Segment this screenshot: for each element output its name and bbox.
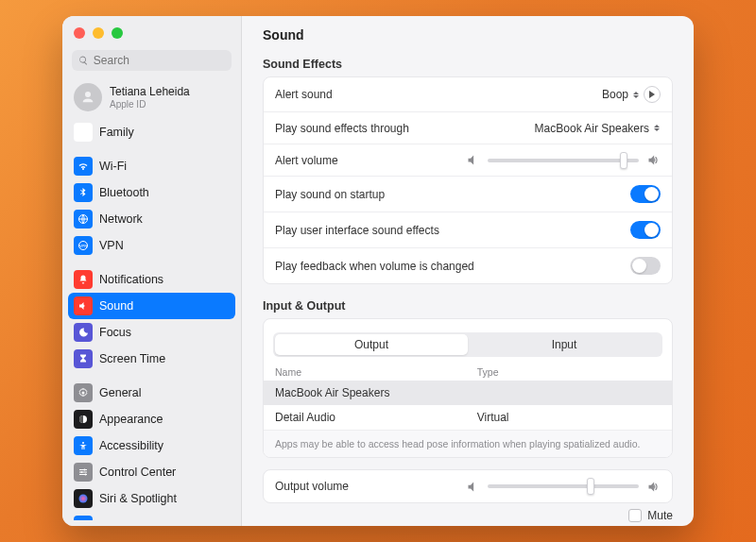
play-alert-button[interactable] [644,86,661,103]
tab-input[interactable]: Input [468,334,661,355]
siri-icon [74,489,93,508]
sound-effects-card: Alert sound Boop Play sound effects thro… [263,76,673,284]
device-row[interactable]: Detail AudioVirtual [264,405,672,430]
content: Sound Sound Effects Alert sound Boop Pla… [242,16,694,526]
sidebar-item-bluetooth[interactable]: Bluetooth [68,179,235,206]
sidebar-item-focus[interactable]: Focus [68,319,235,346]
alert-volume-slider[interactable] [488,159,639,162]
sidebar-item-label: Focus [99,326,131,339]
moon-icon [74,323,93,342]
search-field[interactable] [72,50,232,71]
svg-point-10 [85,474,87,476]
search-input[interactable] [94,54,225,67]
svg-point-5 [82,392,85,395]
speaker-high-icon [646,153,661,167]
output-volume-card: Output volume [263,469,673,503]
volume-feedback-toggle[interactable] [630,257,661,275]
sidebar-item-label: Siri & Spotlight [99,492,177,505]
sidebar-item-label: Wi-Fi [99,160,127,173]
mute-row: Mute [263,509,673,522]
svg-point-0 [80,129,83,132]
sidebar-item-screen-time[interactable]: Screen Time [68,346,235,372]
sidebar-item-label: Bluetooth [99,186,149,199]
output-volume-row: Output volume [264,470,672,502]
account-name: Tetiana Leheida [110,85,190,98]
sidebar-item-wi-fi[interactable]: Wi-Fi [68,153,235,179]
close-window-button[interactable] [74,27,85,39]
sidebar-item-network[interactable]: Network [68,206,235,232]
speaker-low-icon [466,480,480,494]
svg-point-9 [81,471,83,473]
sidebar-item-label: Accessibility [99,439,163,452]
device-table: MacBook Air SpeakersDetail AudioVirtual [264,381,672,430]
device-table-header: Name Type [264,363,672,381]
sidebar-item-vpn[interactable]: VPNVPN [68,232,235,259]
chevron-updown-icon [653,122,661,134]
minimize-window-button[interactable] [93,27,104,39]
sidebar-item-control-center[interactable]: Control Center [68,459,235,485]
svg-point-8 [84,469,86,471]
ui-sounds-row: Play user interface sound effects [264,212,672,247]
wifi-icon [74,157,93,176]
alert-volume-control [466,153,661,167]
sidebar-item-label: Network [99,212,143,226]
family-icon [74,123,93,142]
output-volume-slider[interactable] [488,484,639,488]
speaker-low-icon [466,153,480,167]
window-controls [62,16,241,46]
sidebar-item-appearance[interactable]: Appearance [68,406,235,432]
section-io: Input & Output [263,299,673,313]
hand-icon [74,516,93,520]
account-subtitle: Apple ID [110,99,190,110]
speaker-icon [74,296,93,315]
volume-feedback-row: Play feedback when volume is changed [264,247,672,283]
spatial-note: Apps may be able to access head pose inf… [264,430,672,457]
sidebar-item-general[interactable]: General [68,380,235,406]
ui-sounds-toggle[interactable] [630,221,661,239]
output-volume-control [466,480,661,494]
sidebar-item-notifications[interactable]: Notifications [68,266,235,293]
content-scroll[interactable]: Sound Effects Alert sound Boop Play soun… [242,50,694,526]
settings-window: Tetiana Leheida Apple ID FamilyWi-FiBlue… [62,16,694,526]
sidebar-item-label: Control Center [99,466,176,479]
tab-output[interactable]: Output [275,334,468,355]
avatar [74,83,102,111]
sidebar-item-label: Privacy & Security [99,518,195,520]
sidebar-item-label: Family [99,126,134,139]
sidebar-item-label: Screen Time [99,352,165,365]
sidebar: Tetiana Leheida Apple ID FamilyWi-FiBlue… [62,16,242,526]
io-card: Output Input Name Type MacBook Air Speak… [263,318,673,458]
play-through-select[interactable]: MacBook Air Speakers [535,122,661,135]
svg-point-7 [82,442,84,444]
io-tabs: Output Input [273,332,662,357]
sidebar-item-accessibility[interactable]: Accessibility [68,432,235,459]
svg-point-1 [84,129,87,132]
search-icon [78,55,89,66]
sidebar-item-label: VPN [99,239,124,252]
alert-sound-select[interactable]: Boop [602,88,640,101]
account-row[interactable]: Tetiana Leheida Apple ID [62,80,241,119]
device-row[interactable]: MacBook Air Speakers [264,381,672,405]
sidebar-item-sound[interactable]: Sound [68,293,235,319]
gear-icon [74,383,93,402]
sidebar-item-siri-spotlight[interactable]: Siri & Spotlight [68,485,235,512]
mute-checkbox[interactable] [628,509,642,522]
sidebar-item-privacy-security[interactable]: Privacy & Security [68,512,235,520]
access-icon [74,436,93,455]
sidebar-item-label: Notifications [99,273,163,286]
speaker-high-icon [646,480,661,494]
globe-icon [74,210,93,229]
section-sound-effects: Sound Effects [263,58,673,71]
chevron-updown-icon [632,89,640,101]
appearance-icon [74,410,93,429]
sidebar-item-label: General [99,386,141,399]
zoom-window-button[interactable] [112,27,123,39]
sidebar-nav: FamilyWi-FiBluetoothNetworkVPNVPNNotific… [62,119,241,520]
startup-sound-toggle[interactable] [630,185,661,203]
svg-point-11 [79,495,88,503]
sidebar-item-label: Appearance [99,413,163,426]
sliders-icon [74,463,93,482]
svg-text:VPN: VPN [79,244,87,248]
startup-sound-row: Play sound on startup [264,176,672,212]
sidebar-item-family[interactable]: Family [68,119,235,145]
